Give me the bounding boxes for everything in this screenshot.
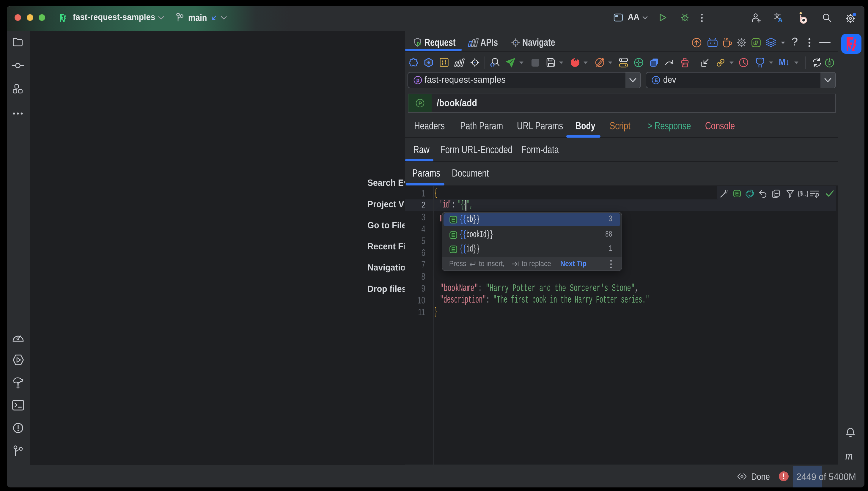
svg-text:E: E xyxy=(655,78,658,83)
svg-text:P: P xyxy=(418,100,422,107)
svg-text:A: A xyxy=(778,16,783,24)
svg-text:p: p xyxy=(416,78,419,83)
